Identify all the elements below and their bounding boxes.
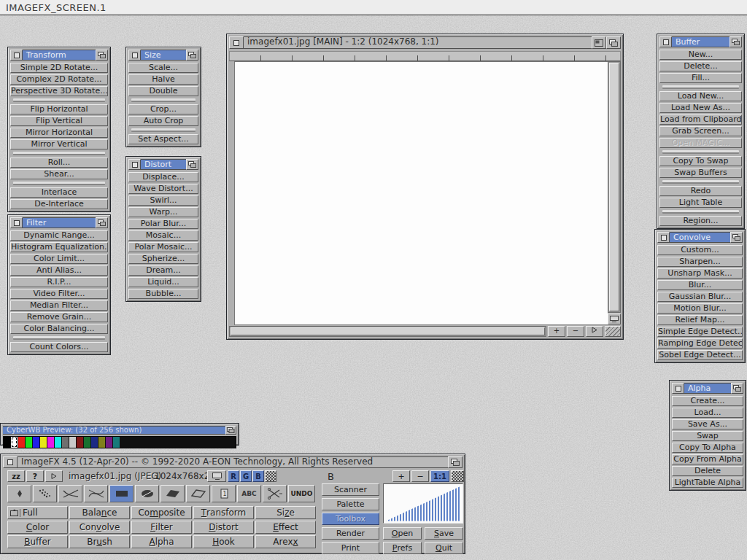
- polygon-tool-icon[interactable]: [186, 485, 210, 502]
- histogram-equalization-button[interactable]: Histogram Equalization...: [10, 242, 108, 252]
- point-tool-icon[interactable]: [7, 485, 31, 502]
- depth-icon[interactable]: [730, 232, 743, 243]
- spherize-button[interactable]: Spherize...: [128, 254, 198, 264]
- zoom-gadget-icon[interactable]: [592, 36, 606, 49]
- effect-button[interactable]: Effect: [255, 521, 316, 534]
- complex-2d-rotate-button[interactable]: Complex 2D Rotate...: [10, 74, 108, 85]
- video-filter-button[interactable]: Video Filter...: [10, 289, 108, 299]
- vertical-scrollbar-thumb[interactable]: [609, 63, 619, 311]
- distort-panel-title[interactable]: Distort: [141, 159, 186, 170]
- mirror-vertical-button[interactable]: Mirror Vertical: [10, 139, 108, 149]
- depth-icon[interactable]: [186, 159, 198, 170]
- palette-swatch[interactable]: [134, 437, 141, 448]
- displace-button[interactable]: Displace...: [128, 172, 198, 182]
- palette-swatch[interactable]: [214, 437, 221, 448]
- palette-window-title[interactable]: CyberWB Preview: (32 of 256 shown): [3, 426, 225, 435]
- palette-swatch[interactable]: [229, 437, 236, 448]
- monitor-icon[interactable]: [207, 470, 226, 482]
- arexx-button[interactable]: Arexx: [255, 535, 316, 548]
- play-icon[interactable]: [45, 470, 63, 482]
- count-colors-button[interactable]: Count Colors...: [10, 342, 108, 352]
- zoom-out-button[interactable]: −: [411, 470, 429, 482]
- fill-button[interactable]: Fill...: [659, 73, 742, 83]
- depth-icon[interactable]: [96, 50, 108, 61]
- custom-convolve-button[interactable]: Custom...: [657, 245, 743, 255]
- remove-grain-button[interactable]: Remove Grain...: [10, 312, 108, 322]
- image-window-title[interactable]: imagefx01.jpg [MAIN] - 1:2 (1024x768, 1:…: [244, 36, 592, 49]
- copy-to-alpha-button[interactable]: Copy To Alpha: [672, 443, 743, 453]
- airbrush-tool-icon[interactable]: [33, 485, 57, 502]
- toolbar-window-title[interactable]: ImageFX 4.5 (12-Apr-20) -- © 1992-2020 A…: [18, 456, 448, 468]
- sharpen-button[interactable]: Sharpen...: [657, 257, 743, 267]
- load-alpha-button[interactable]: Load...: [672, 408, 743, 418]
- delete-alpha-button[interactable]: Delete: [672, 466, 743, 476]
- depth-icon[interactable]: [448, 456, 462, 468]
- scale-button[interactable]: Scale...: [128, 63, 198, 73]
- ramping-edge-detect-button[interactable]: Ramping Edge Detect: [657, 338, 743, 349]
- save-alpha-as-button[interactable]: Save As...: [672, 419, 743, 429]
- load-new-as-button[interactable]: Load New As...: [659, 103, 742, 113]
- blue-channel-toggle[interactable]: B: [252, 470, 264, 482]
- swap-buffers-button[interactable]: Swap Buffers: [659, 168, 742, 178]
- palette-swatch[interactable]: [142, 437, 148, 448]
- zoom-in-button[interactable]: +: [392, 470, 410, 482]
- relief-map-button[interactable]: Relief Map...: [657, 315, 743, 325]
- color-limit-button[interactable]: Color Limit...: [10, 254, 108, 264]
- zoom-in-button[interactable]: +: [548, 326, 565, 337]
- palette-swatch[interactable]: [207, 437, 214, 448]
- lighttable-alpha-button[interactable]: LightTable Alpha: [672, 478, 743, 488]
- perspective-3d-rotate-button[interactable]: Perspective 3D Rotate...: [10, 86, 108, 96]
- palette-swatch[interactable]: [4, 437, 10, 448]
- roll-button[interactable]: Roll...: [10, 158, 108, 168]
- zoom-out-button[interactable]: −: [567, 326, 584, 337]
- palette-swatch[interactable]: [185, 437, 192, 448]
- open-button[interactable]: Open: [383, 527, 422, 540]
- color-button[interactable]: Color: [7, 521, 68, 534]
- scanner-button[interactable]: Scanner: [322, 483, 379, 496]
- undo-button[interactable]: UNDO: [288, 485, 315, 502]
- alpha-panel-title[interactable]: Alpha: [684, 383, 731, 394]
- palette-swatch[interactable]: [222, 437, 228, 448]
- palette-swatch[interactable]: [84, 437, 90, 448]
- save-button[interactable]: Save: [425, 527, 463, 540]
- set-aspect-button[interactable]: Set Aspect...: [128, 134, 198, 144]
- region-button[interactable]: Region...: [659, 216, 742, 226]
- vertical-scrollbar[interactable]: [608, 61, 621, 313]
- light-table-button[interactable]: Light Table: [659, 198, 742, 208]
- blur-button[interactable]: Blur...: [657, 280, 743, 290]
- size-panel-title[interactable]: Size: [141, 50, 186, 61]
- liquid-button[interactable]: Liquid...: [128, 277, 198, 287]
- polar-mosaic-button[interactable]: Polar Mosaic...: [128, 242, 198, 252]
- prefs-button[interactable]: Prefs: [383, 542, 422, 554]
- load-new-button[interactable]: Load New...: [659, 91, 742, 101]
- palette-swatch[interactable]: [11, 437, 18, 448]
- bubble-button[interactable]: Bubble...: [128, 289, 198, 299]
- resize-handle[interactable]: [605, 326, 621, 337]
- balance-button[interactable]: Balance: [69, 506, 130, 519]
- oval-tool-icon[interactable]: [135, 485, 159, 502]
- create-alpha-button[interactable]: Create...: [672, 396, 743, 406]
- palette-swatch[interactable]: [106, 437, 112, 448]
- convolve-panel-title[interactable]: Convolve: [670, 232, 730, 243]
- close-icon[interactable]: [3, 456, 18, 468]
- iconify-button[interactable]: zz: [7, 470, 25, 482]
- interlace-button[interactable]: Interlace: [10, 187, 108, 198]
- close-icon[interactable]: [128, 159, 141, 170]
- copy-from-alpha-button[interactable]: Copy From Alpha: [672, 454, 743, 464]
- double-button[interactable]: Double: [128, 86, 198, 96]
- close-icon[interactable]: [229, 36, 244, 49]
- palette-button[interactable]: Palette: [322, 498, 379, 510]
- horizontal-scrollbar-thumb[interactable]: [231, 327, 545, 335]
- green-channel-toggle[interactable]: G: [240, 470, 252, 482]
- palette-swatch[interactable]: [62, 437, 69, 448]
- depth-icon[interactable]: [96, 217, 108, 228]
- print-button[interactable]: Print: [322, 542, 379, 554]
- warp-button[interactable]: Warp...: [128, 207, 198, 217]
- mirror-horizontal-button[interactable]: Mirror Horizontal: [10, 128, 108, 138]
- mosaic-button[interactable]: Mosaic...: [128, 230, 198, 241]
- help-button[interactable]: ?: [26, 470, 44, 482]
- simple-edge-detect-button[interactable]: Simple Edge Detect...: [657, 327, 743, 337]
- sobel-edge-detect-button[interactable]: Sobel Edge Detect...: [657, 350, 743, 360]
- flip-vertical-button[interactable]: Flip Vertical: [10, 116, 108, 126]
- palette-swatch[interactable]: [26, 437, 32, 448]
